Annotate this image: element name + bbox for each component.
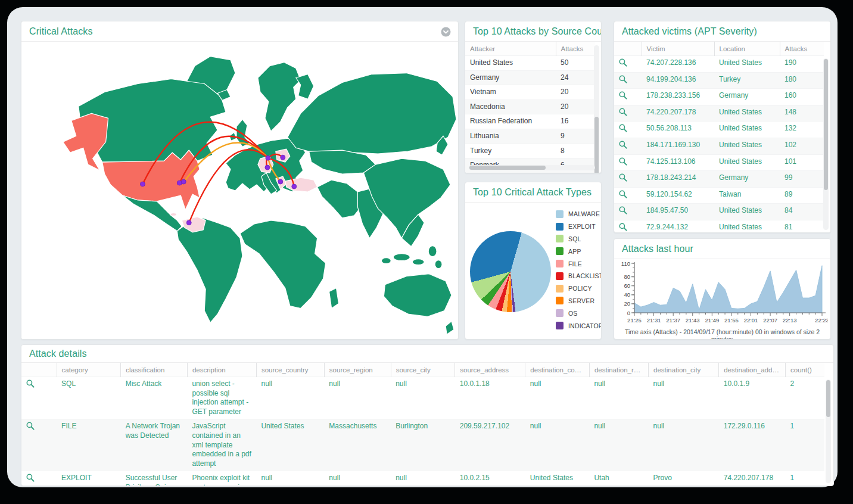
column-header-destination-address[interactable]: destination_address [719,363,786,377]
column-header-destination-country[interactable]: destination_country [525,363,590,377]
legend-swatch [556,297,564,304]
search-icon[interactable] [26,474,35,482]
table-cell: Lithuania [465,129,556,144]
search-icon[interactable] [619,91,627,99]
legend-item-blacklist: BLACKLIST [556,270,602,282]
table-cell: 190 [780,56,824,73]
row-search-cell[interactable] [614,72,642,89]
legend-label: INDICATOR [568,322,602,329]
row-search-cell[interactable] [614,154,642,171]
search-icon[interactable] [619,173,627,182]
source-countries-vertical-scrollbar[interactable] [594,45,599,173]
row-search-cell[interactable] [614,89,642,105]
search-icon[interactable] [26,422,35,430]
attack-types-panel: Top 10 Critical Attack Types MALWAREEXPL… [465,182,602,340]
row-search-cell[interactable] [21,419,57,471]
table-cell: Germany [714,171,780,188]
table-cell: 72.9.244.132 [642,220,714,233]
column-header-attacks[interactable]: Attacks [780,42,824,56]
legend-label: POLICY [568,285,592,292]
table-cell: 74.220.207.178 [642,105,714,122]
svg-text:0: 0 [627,310,630,316]
column-header-victim[interactable]: Victim [642,42,714,56]
search-icon[interactable] [619,108,627,116]
table-cell: United States [714,204,780,220]
details-vertical-scrollbar[interactable] [826,379,831,483]
search-icon[interactable] [619,206,627,214]
column-header-source-country[interactable]: source_country [256,363,324,377]
row-search-cell[interactable] [614,56,642,73]
svg-text:21:55: 21:55 [724,317,739,323]
column-header-source-city[interactable]: source_city [391,363,455,377]
legend-label: FILE [568,260,582,267]
table-cell: Taiwan [714,187,780,204]
table-cell: null [391,377,455,419]
table-cell: United States [714,154,780,171]
table-row: Turkey8 [465,144,595,158]
column-header-category[interactable]: category [57,363,121,377]
search-icon[interactable] [619,124,627,132]
search-icon[interactable] [26,379,35,388]
table-cell: 102 [780,138,824,154]
column-header-attacker[interactable]: Attacker [465,42,556,56]
table-cell: United States [714,56,780,73]
table-cell: SQL [57,377,121,419]
search-icon[interactable] [619,75,627,83]
table-cell: null [256,471,324,486]
panel-title: Top 10 Critical Attack Types [465,182,601,203]
svg-text:40: 40 [624,291,630,298]
attacks-area-chart[interactable]: 02040608011021:2521:3121:3721:4321:4921:… [617,260,828,327]
time-axis-caption: Time axis (Attacks) - 2014/09/17 (hour:m… [614,328,830,340]
column-header-location[interactable]: Location [714,42,780,56]
column-header-attacks[interactable]: Attacks [556,42,595,56]
table-cell: Misc Attack [121,377,188,419]
row-search-cell[interactable] [614,122,642,138]
row-search-cell[interactable] [614,187,642,204]
attack-endpoint-dot [278,179,283,184]
table-row: Russian Federation16 [465,114,595,129]
search-icon[interactable] [619,58,627,67]
source-countries-horizontal-scrollbar[interactable] [469,165,595,170]
table-cell: United States [525,471,590,486]
table-cell: 9 [556,129,595,144]
table-row: 74.220.207.178United States148 [614,105,824,122]
world-map[interactable] [21,42,458,340]
legend-item-malware: MALWARE [556,208,602,220]
panel-title: Attacked victims (APT Severity) [614,21,830,42]
legend-item-server: SERVER [556,295,602,307]
search-icon[interactable] [619,157,627,166]
table-cell: 16 [556,114,595,129]
row-search-cell[interactable] [614,220,642,233]
search-icon[interactable] [619,141,627,149]
column-header-count-[interactable]: count() [786,363,825,377]
table-cell: null [649,377,719,419]
table-cell: United States [714,122,780,138]
table-cell: EXPLOIT [57,471,121,486]
row-search-cell[interactable] [614,105,642,122]
table-cell: United States [465,56,556,71]
row-search-cell[interactable] [614,171,642,188]
attack-endpoint-dot [140,182,145,186]
search-icon[interactable] [619,190,627,198]
victims-vertical-scrollbar[interactable] [823,58,829,230]
column-header-destination-region[interactable]: destination_region [589,363,648,377]
attack-endpoint-dot [181,179,186,184]
legend-swatch [556,285,564,293]
column-header-description[interactable]: description [187,363,256,377]
collapse-button[interactable] [441,27,451,37]
attack-types-pie[interactable] [470,231,551,312]
search-icon[interactable] [619,223,627,231]
column-header-source-address[interactable]: source_address [455,363,525,377]
row-search-cell[interactable] [614,138,642,154]
legend-swatch [556,260,564,267]
column-header-source-region[interactable]: source_region [324,363,391,377]
row-search-cell[interactable] [21,377,57,419]
row-search-cell[interactable] [614,204,642,220]
legend-item-file: FILE [556,257,602,270]
column-header-destination-city[interactable]: destination_city [649,363,719,377]
row-search-cell[interactable] [21,471,57,486]
column-header-classification[interactable]: classification [121,363,188,377]
table-row: 178.18.243.214Germany99 [614,171,824,188]
legend-swatch [556,322,564,329]
table-cell: 101 [780,154,824,171]
